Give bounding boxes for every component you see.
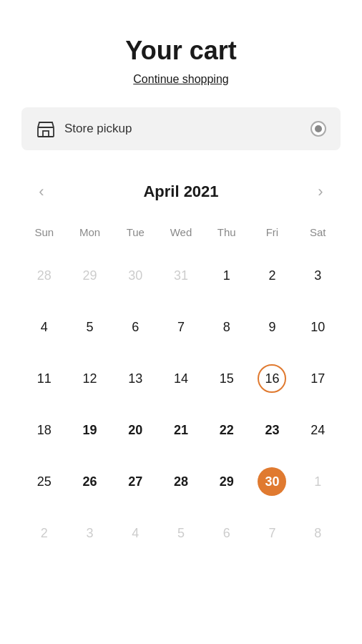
calendar-day[interactable]: 7 bbox=[158, 304, 204, 350]
day-number: 3 bbox=[76, 519, 104, 547]
calendar-day[interactable]: 20 bbox=[112, 407, 158, 453]
calendar-day[interactable]: 2 bbox=[21, 510, 67, 556]
calendar-day[interactable]: 17 bbox=[295, 356, 341, 401]
calendar-header: ‹ April 2021 › bbox=[21, 165, 341, 219]
day-number: 4 bbox=[121, 519, 150, 547]
day-number: 5 bbox=[167, 519, 195, 547]
calendar-day[interactable]: 5 bbox=[67, 304, 113, 350]
calendar-day[interactable]: 18 bbox=[21, 407, 67, 453]
day-number: 22 bbox=[212, 416, 241, 444]
calendar-day[interactable]: 8 bbox=[295, 510, 341, 556]
calendar-day[interactable]: 23 bbox=[250, 407, 295, 453]
day-number: 8 bbox=[303, 519, 332, 547]
day-number: 27 bbox=[121, 467, 150, 496]
day-number: 6 bbox=[212, 519, 241, 547]
weekday-label: Tue bbox=[112, 219, 158, 245]
day-number: 8 bbox=[212, 313, 241, 341]
store-pickup-left: Store pickup bbox=[36, 119, 132, 139]
day-number: 31 bbox=[167, 261, 195, 290]
calendar-day[interactable]: 30 bbox=[250, 459, 295, 504]
day-number: 13 bbox=[121, 364, 150, 393]
day-number: 1 bbox=[303, 467, 332, 496]
calendar-day[interactable]: 13 bbox=[112, 356, 158, 401]
day-number: 29 bbox=[212, 467, 241, 496]
day-number: 17 bbox=[303, 364, 332, 393]
calendar-day[interactable]: 28 bbox=[21, 253, 67, 298]
calendar-day[interactable]: 4 bbox=[21, 304, 67, 350]
day-number: 24 bbox=[303, 416, 332, 444]
calendar-day[interactable]: 8 bbox=[204, 304, 250, 350]
calendar-day[interactable]: 27 bbox=[112, 459, 158, 504]
radio-inner bbox=[315, 125, 322, 132]
month-year-label: April 2021 bbox=[143, 182, 218, 201]
calendar-day[interactable]: 21 bbox=[158, 407, 204, 453]
day-number: 3 bbox=[303, 261, 332, 290]
store-pickup-label: Store pickup bbox=[64, 122, 132, 136]
day-number: 23 bbox=[258, 416, 286, 444]
day-number: 28 bbox=[167, 467, 195, 496]
calendar-day[interactable]: 12 bbox=[67, 356, 113, 401]
calendar-day[interactable]: 2 bbox=[250, 253, 295, 298]
calendar-day[interactable]: 14 bbox=[158, 356, 204, 401]
day-number: 18 bbox=[30, 416, 59, 444]
day-number: 30 bbox=[121, 261, 150, 290]
weekdays-row: SunMonTueWedThuFriSat bbox=[21, 219, 341, 245]
calendar-day[interactable]: 26 bbox=[67, 459, 113, 504]
day-number: 21 bbox=[167, 416, 195, 444]
page-title: Your cart bbox=[0, 0, 362, 73]
calendar-day[interactable]: 1 bbox=[295, 459, 341, 504]
calendar-day[interactable]: 11 bbox=[21, 356, 67, 401]
calendar-day[interactable]: 24 bbox=[295, 407, 341, 453]
calendar-grid: SunMonTueWedThuFriSat 282930311234567891… bbox=[21, 219, 341, 556]
calendar-day[interactable]: 22 bbox=[204, 407, 250, 453]
day-number: 5 bbox=[76, 313, 104, 341]
day-number: 28 bbox=[30, 261, 59, 290]
day-number: 7 bbox=[167, 313, 195, 341]
day-number: 25 bbox=[30, 467, 59, 496]
day-number: 2 bbox=[30, 519, 59, 547]
calendar-day[interactable]: 29 bbox=[67, 253, 113, 298]
day-number: 6 bbox=[121, 313, 150, 341]
calendar-day[interactable]: 10 bbox=[295, 304, 341, 350]
day-number: 29 bbox=[76, 261, 104, 290]
day-number: 4 bbox=[30, 313, 59, 341]
calendar-day[interactable]: 28 bbox=[158, 459, 204, 504]
calendar-day[interactable]: 19 bbox=[67, 407, 113, 453]
calendar-day[interactable]: 15 bbox=[204, 356, 250, 401]
next-month-button[interactable]: › bbox=[308, 179, 333, 205]
calendar-day[interactable]: 4 bbox=[112, 510, 158, 556]
calendar-day[interactable]: 30 bbox=[112, 253, 158, 298]
prev-month-button[interactable]: ‹ bbox=[29, 179, 54, 205]
calendar-day[interactable]: 3 bbox=[295, 253, 341, 298]
continue-shopping-link[interactable]: Continue shopping bbox=[0, 73, 362, 107]
day-number: 11 bbox=[30, 364, 59, 393]
weekday-label: Wed bbox=[158, 219, 204, 245]
store-pickup-radio[interactable] bbox=[310, 121, 326, 137]
day-number: 16 bbox=[258, 364, 286, 393]
calendar-day[interactable]: 6 bbox=[112, 304, 158, 350]
calendar-day[interactable]: 31 bbox=[158, 253, 204, 298]
day-number: 15 bbox=[212, 364, 241, 393]
svg-rect-0 bbox=[38, 127, 54, 137]
svg-rect-1 bbox=[43, 131, 49, 137]
weekday-label: Sat bbox=[295, 219, 341, 245]
calendar-day[interactable]: 16 bbox=[250, 356, 295, 401]
calendar-day[interactable]: 3 bbox=[67, 510, 113, 556]
calendar-day[interactable]: 5 bbox=[158, 510, 204, 556]
calendar-day[interactable]: 7 bbox=[250, 510, 295, 556]
continue-shopping-anchor[interactable]: Continue shopping bbox=[133, 73, 228, 85]
day-number: 26 bbox=[76, 467, 104, 496]
calendar-day[interactable]: 9 bbox=[250, 304, 295, 350]
calendar-day[interactable]: 1 bbox=[204, 253, 250, 298]
calendar-day[interactable]: 6 bbox=[204, 510, 250, 556]
day-number: 14 bbox=[167, 364, 195, 393]
store-icon bbox=[36, 119, 56, 139]
day-number: 10 bbox=[303, 313, 332, 341]
calendar-day[interactable]: 29 bbox=[204, 459, 250, 504]
day-number: 20 bbox=[121, 416, 150, 444]
store-pickup-bar[interactable]: Store pickup bbox=[21, 107, 341, 150]
calendar-day[interactable]: 25 bbox=[21, 459, 67, 504]
day-number: 1 bbox=[212, 261, 241, 290]
weekday-label: Sun bbox=[21, 219, 67, 245]
day-number: 12 bbox=[76, 364, 104, 393]
